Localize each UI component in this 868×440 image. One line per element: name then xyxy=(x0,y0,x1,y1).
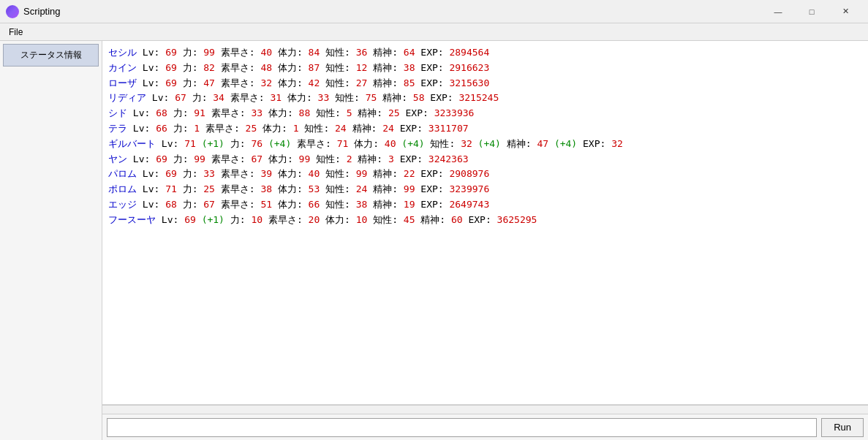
sidebar: ステータス情報 xyxy=(0,41,102,440)
table-row: パロム Lv: 69 力: 33 素早さ: 39 体力: 40 知性: 99 精… xyxy=(108,167,862,182)
table-row: テラ Lv: 66 力: 1 素早さ: 25 体力: 1 知性: 24 精神: … xyxy=(108,121,862,137)
horizontal-scrollbar[interactable] xyxy=(102,405,868,414)
table-row: ポロム Lv: 71 力: 25 素早さ: 38 体力: 53 知性: 24 精… xyxy=(108,182,862,197)
table-row: ヤン Lv: 69 力: 99 素早さ: 67 体力: 99 知性: 2 精神:… xyxy=(108,152,862,167)
menu-file[interactable]: File xyxy=(3,26,29,39)
input-bar: Run xyxy=(102,414,868,440)
table-row: ローザ Lv: 69 力: 47 素早さ: 32 体力: 42 知性: 27 精… xyxy=(108,76,862,91)
table-row: フースーヤ Lv: 69 (+1) 力: 10 素早さ: 20 体力: 10 知… xyxy=(108,213,862,228)
sidebar-item-status[interactable]: ステータス情報 xyxy=(3,44,99,67)
table-row: ギルバート Lv: 71 (+1) 力: 76 (+4) 素早さ: 71 体力:… xyxy=(108,137,862,152)
content-area: セシル Lv: 69 力: 99 素早さ: 40 体力: 84 知性: 36 精… xyxy=(102,41,868,440)
title-bar-controls: — □ ✕ xyxy=(761,0,862,23)
data-display: セシル Lv: 69 力: 99 素早さ: 40 体力: 84 知性: 36 精… xyxy=(102,41,868,405)
table-row: リディア Lv: 67 力: 34 素早さ: 31 体力: 33 知性: 75 … xyxy=(108,91,862,106)
menu-bar: File xyxy=(0,23,868,41)
table-row: シド Lv: 68 力: 91 素早さ: 33 体力: 88 知性: 5 精神:… xyxy=(108,106,862,121)
table-row: エッジ Lv: 68 力: 67 素早さ: 51 体力: 66 知性: 38 精… xyxy=(108,197,862,213)
minimize-button[interactable]: — xyxy=(761,0,795,23)
close-button[interactable]: ✕ xyxy=(829,0,862,23)
maximize-button[interactable]: □ xyxy=(795,0,829,23)
table-row: セシル Lv: 69 力: 99 素早さ: 40 体力: 84 知性: 36 精… xyxy=(108,45,862,61)
app-title: Scripting xyxy=(23,6,61,17)
table-row: カイン Lv: 69 力: 82 素早さ: 48 体力: 87 知性: 12 精… xyxy=(108,61,862,76)
title-bar: Scripting — □ ✕ xyxy=(0,0,868,23)
run-button[interactable]: Run xyxy=(821,418,864,437)
main-layout: ステータス情報 セシル Lv: 69 力: 99 素早さ: 40 体力: 84 … xyxy=(0,41,868,440)
command-input[interactable] xyxy=(107,418,817,437)
app-icon xyxy=(6,5,19,18)
title-bar-left: Scripting xyxy=(6,5,61,18)
